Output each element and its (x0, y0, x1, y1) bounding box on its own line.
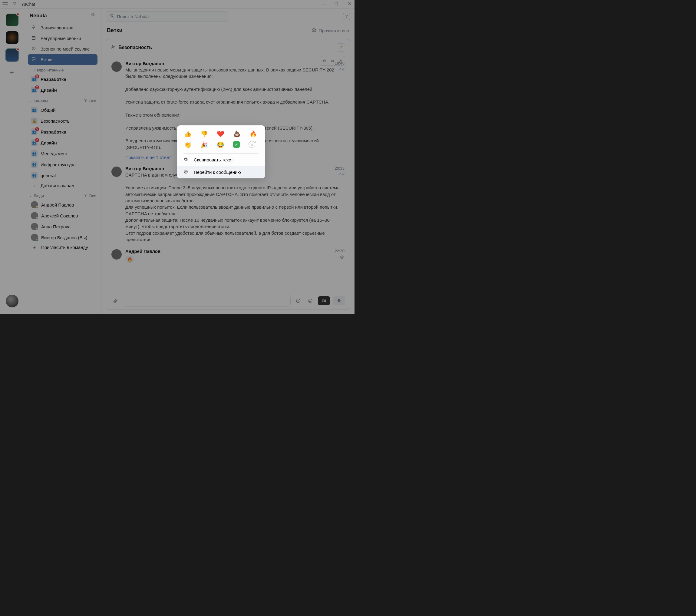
copy-icon (184, 157, 189, 163)
emoji-reaction[interactable]: 🔥 (250, 130, 257, 138)
svg-rect-19 (184, 158, 187, 160)
emoji-reaction[interactable]: 👍 (184, 130, 192, 138)
emoji-reaction[interactable]: 💩 (233, 130, 241, 138)
context-menu-item[interactable]: Скопировать текст (177, 154, 265, 166)
add-emoji-icon[interactable]: ☺+ (249, 141, 255, 148)
emoji-reaction[interactable]: 👎 (201, 130, 208, 138)
context-menu-item[interactable]: Перейти к сообщению (177, 166, 265, 179)
context-menu: 👍👎❤️💩🔥 👏🎉😂✓☺+ Скопировать текст Перейти … (177, 125, 265, 179)
emoji-reaction[interactable]: 😂 (217, 141, 224, 149)
emoji-reaction[interactable]: 🎉 (201, 141, 208, 149)
target-icon (184, 169, 189, 175)
svg-point-20 (184, 170, 188, 173)
emoji-reaction[interactable]: ❤️ (217, 130, 224, 138)
emoji-reaction[interactable]: 👏 (184, 141, 192, 149)
svg-rect-18 (185, 158, 187, 160)
svg-point-21 (185, 171, 187, 172)
checkmark-reaction[interactable]: ✓ (233, 141, 240, 148)
